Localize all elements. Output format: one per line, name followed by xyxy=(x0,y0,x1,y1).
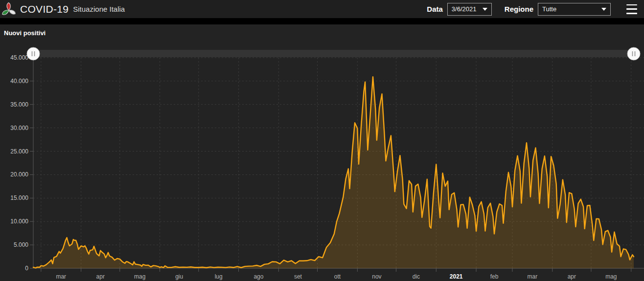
region-label: Regione xyxy=(505,5,533,13)
y-axis-label: 20.000 xyxy=(10,171,28,178)
time-range-slider-track[interactable] xyxy=(33,50,634,57)
app-subtitle: Situazione Italia xyxy=(73,5,125,13)
x-axis-label: apr xyxy=(96,273,105,280)
x-axis-label: mar xyxy=(528,273,538,280)
x-axis-label: feb xyxy=(490,273,499,280)
header-controls: Data 3/6/2021 Regione Tutte xyxy=(427,3,639,16)
y-axis-label: 25.000 xyxy=(10,148,28,155)
header-branding: COVID-19 Situazione Italia xyxy=(2,2,125,17)
x-axis-label: giu xyxy=(175,273,183,280)
y-axis-label: 45.000 xyxy=(10,54,28,61)
app-title: COVID-19 xyxy=(20,3,69,15)
date-label: Data xyxy=(427,5,443,13)
x-axis-label: 2021 xyxy=(450,273,463,280)
menu-button[interactable] xyxy=(626,4,637,14)
x-axis-label: mar xyxy=(56,273,66,280)
x-axis-label: set xyxy=(294,273,302,280)
hamburger-menu-icon xyxy=(626,4,637,6)
nuovi-positivi-time-series-chart[interactable]: 05.00010.00015.00020.00025.00030.00035.0… xyxy=(0,46,644,281)
y-axis-label: 0 xyxy=(25,265,28,272)
protezione-civile-logo-icon xyxy=(2,2,16,17)
region-select[interactable]: Tutte xyxy=(538,3,611,16)
x-axis-label: apr xyxy=(568,273,576,280)
x-axis-label: ago xyxy=(253,273,263,280)
header-separator xyxy=(0,18,644,24)
date-select-value: 3/6/2021 xyxy=(452,5,477,13)
x-axis-label: lug xyxy=(215,273,223,280)
chevron-down-icon xyxy=(483,8,487,11)
slider-handle-left[interactable] xyxy=(27,47,40,60)
y-axis-label: 15.000 xyxy=(10,195,28,201)
region-select-value: Tutte xyxy=(542,5,556,13)
y-axis-label: 30.000 xyxy=(10,125,28,131)
chart-panel-title: Nuovi positivi xyxy=(0,24,644,37)
dashboard-body: Nuovi positivi 05.00010.00015.00020.0002… xyxy=(0,24,644,281)
app-header: COVID-19 Situazione Italia Data 3/6/2021… xyxy=(0,0,644,18)
y-axis-label: 40.000 xyxy=(10,78,28,85)
y-axis-label: 5.000 xyxy=(14,241,28,248)
date-select[interactable]: 3/6/2021 xyxy=(447,3,492,16)
chevron-down-icon xyxy=(601,8,606,11)
series-area-fill xyxy=(33,77,634,268)
x-axis-label: mag xyxy=(134,273,145,280)
hamburger-menu-icon xyxy=(626,13,637,14)
slider-handle-right[interactable] xyxy=(627,47,640,60)
x-axis-label: nov xyxy=(372,273,381,280)
x-axis-label: ott xyxy=(334,273,341,280)
y-axis-label: 35.000 xyxy=(10,101,28,108)
hamburger-menu-icon xyxy=(626,8,637,10)
y-axis-label: 10.000 xyxy=(10,218,28,225)
x-axis-label: mag xyxy=(605,273,617,280)
x-axis-label: dic xyxy=(413,273,420,280)
